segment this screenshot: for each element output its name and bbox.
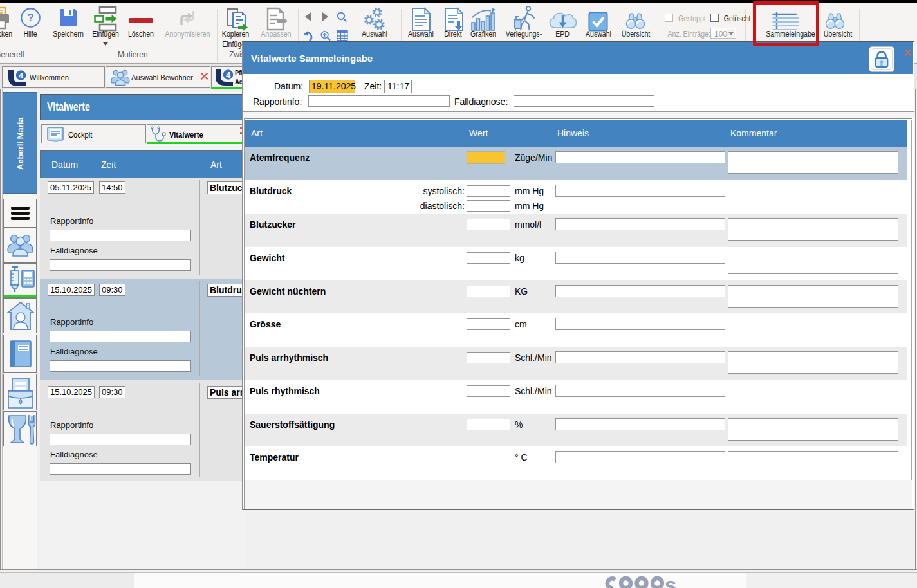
svg-text:s: s xyxy=(665,575,676,588)
svg-text:?: ? xyxy=(27,12,33,24)
svg-text:4: 4 xyxy=(19,71,24,80)
svg-text:4: 4 xyxy=(226,70,231,80)
